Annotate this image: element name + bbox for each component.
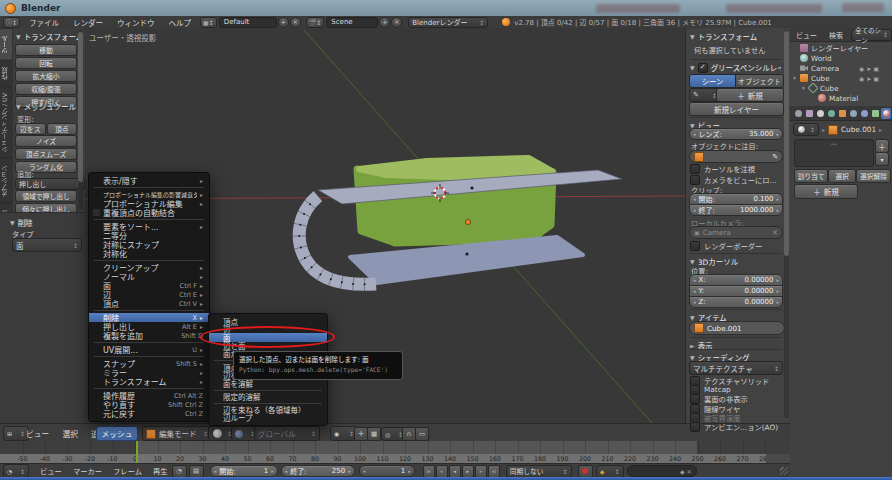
tool-button[interactable]: 辺をス xyxy=(15,123,46,135)
selectability-arrow-icon[interactable]: ➤ xyxy=(866,75,871,82)
lock-cursor-checkbox[interactable]: カーソルを注視 xyxy=(690,164,755,173)
properties-tab-material[interactable] xyxy=(881,108,891,119)
slot-specials-button[interactable]: ▾ xyxy=(875,152,889,166)
playback-button[interactable]: |« xyxy=(423,465,435,478)
new-material-button[interactable]: ＋新規 xyxy=(794,184,858,199)
renderability-camera-icon[interactable]: ▣ xyxy=(873,65,879,72)
gpencil-object-toggle[interactable]: オブジェクト xyxy=(735,74,784,88)
screen-layout-field[interactable]: Default xyxy=(219,17,277,28)
add-scene-button[interactable]: + xyxy=(379,17,390,28)
shading-checkbox[interactable]: 裏面の非表示 xyxy=(690,395,782,404)
material-slot-list[interactable]: — xyxy=(794,139,874,167)
render-engine-dropdown[interactable]: Blenderレンダー↕ xyxy=(408,17,488,28)
focus-object-field[interactable]: ✎ xyxy=(689,150,783,163)
menubar-item[interactable]: ファイル xyxy=(29,17,59,28)
menu-item[interactable]: UV展開...U▸ xyxy=(89,345,209,354)
timeline-menu-item[interactable]: 再生 xyxy=(153,466,168,476)
properties-tab-world[interactable] xyxy=(826,108,836,119)
timeline-menu-item[interactable]: マーカー xyxy=(73,466,102,476)
timeline-menu-item[interactable]: ビュー xyxy=(40,466,62,476)
timeline-ruler[interactable]: -50-40-30-20-100102030405060708090100110… xyxy=(0,454,766,463)
select-button[interactable]: 選択 xyxy=(828,169,856,183)
menu-item[interactable]: 表示/隠す▸ xyxy=(89,176,209,185)
snap-magnet-icon[interactable]: ∩ xyxy=(402,427,416,441)
menu-item[interactable]: トランスフォーム▸ xyxy=(89,377,209,386)
sync-dropdown[interactable]: 同期しない↕ xyxy=(506,465,572,478)
tool-button[interactable]: ノイズ xyxy=(15,135,77,147)
outliner-menu-item[interactable]: 検索 xyxy=(829,30,843,40)
context-dropdown[interactable]: ↕ xyxy=(793,123,819,136)
tool-button[interactable]: 領域で押し出し xyxy=(15,190,77,202)
shading-checkbox[interactable]: Matcap xyxy=(690,385,782,394)
deselect-button[interactable]: 選択解除 xyxy=(856,169,891,183)
renderability-camera-icon[interactable]: ▣ xyxy=(873,75,879,82)
meshtools-panel-header[interactable]: ▼メッシュツール xyxy=(16,101,76,112)
toolshelf-tab[interactable]: シェーディング / UV xyxy=(0,86,12,158)
mesh-menu-button[interactable]: メッシュ xyxy=(96,426,138,441)
add-slot-button[interactable]: ＋ xyxy=(875,139,889,153)
properties-tab-render[interactable] xyxy=(793,108,803,119)
record-button[interactable] xyxy=(578,465,593,478)
menu-item[interactable]: 面を溶解 xyxy=(209,379,327,387)
outliner-item[interactable]: レンダーレイヤー xyxy=(793,43,868,53)
timeline-menu-item[interactable]: フレーム xyxy=(113,466,142,476)
assign-button[interactable]: 割り当て xyxy=(794,169,828,183)
outliner-item[interactable]: World xyxy=(793,53,832,63)
extrude-dropdown[interactable]: 押し出し↕ xyxy=(15,178,85,190)
mode-dropdown[interactable]: 編集モード↕ xyxy=(142,426,212,441)
key-delete-icon[interactable]: ✕ xyxy=(687,468,692,475)
shading-checkbox[interactable]: テクスチャソリッド xyxy=(690,376,782,385)
menu-item[interactable]: 複製を追加Shift D xyxy=(89,331,209,340)
window-titlebar[interactable]: Blender xyxy=(0,0,892,17)
playback-button[interactable]: ▸ xyxy=(462,465,474,478)
tool-button[interactable]: 拡大縮小 xyxy=(15,70,77,82)
tool-button[interactable]: 回転 xyxy=(15,57,77,69)
manipulator-translate-icon[interactable]: ✛ xyxy=(354,427,368,441)
gpencil-scene-toggle[interactable]: シーン xyxy=(689,74,736,88)
properties-tab-modifiers[interactable] xyxy=(859,108,869,119)
outliner-menu-item[interactable]: ビュー xyxy=(796,30,817,40)
outliner-item[interactable]: Material xyxy=(811,93,858,103)
clear-icon[interactable]: ✕ xyxy=(772,228,778,237)
properties-tab-data[interactable] xyxy=(870,108,880,119)
viewport-menu-item[interactable]: ビュー xyxy=(26,428,49,439)
scene-icon-dropdown[interactable]: 🎬↕ xyxy=(306,17,325,28)
shading-checkbox[interactable]: アンビエン...ョン(AO) xyxy=(690,422,782,431)
menu-item[interactable]: 限定的溶解 xyxy=(209,393,327,401)
local-camera-field[interactable]: ▣Camera✕ xyxy=(689,226,783,239)
visibility-eye-icon[interactable]: ◉ xyxy=(859,65,864,72)
shading-checkbox[interactable]: 被写界深度 xyxy=(690,413,782,422)
cursor-panel-header[interactable]: ▼3Dカーソル xyxy=(690,253,782,267)
shading-checkbox[interactable]: 隠線ワイヤ xyxy=(690,404,782,413)
key-insert-icon[interactable]: ◆ xyxy=(680,468,685,475)
tool-button[interactable]: 頂点 xyxy=(47,123,78,135)
visibility-eye-icon[interactable]: ◉ xyxy=(859,75,864,82)
region-resize-handle[interactable] xyxy=(780,467,788,475)
frame-filter-icon[interactable]: ▤ xyxy=(189,465,204,478)
shading-mode-dropdown[interactable]: マルチテクスチャ↕ xyxy=(689,361,783,375)
screen-layout-icon-dropdown[interactable]: ▦↕ xyxy=(200,17,217,28)
menu-item[interactable]: 重複頂点の自動結合 xyxy=(89,208,209,217)
playback-button[interactable]: « xyxy=(436,465,448,478)
keying-dropdown[interactable]: ◆↕ xyxy=(596,465,624,478)
opengl-render-icon[interactable]: ▭ xyxy=(415,427,429,441)
lens-slider[interactable]: ◂レンズ:35.000▸ xyxy=(689,128,783,140)
menu-item[interactable]: 辺ループ xyxy=(209,414,327,422)
npanel-scrollbar[interactable] xyxy=(784,30,789,418)
timeline-content[interactable] xyxy=(0,441,790,454)
playback-button[interactable]: »| xyxy=(488,465,500,478)
tool-shelf-scrollb[interactable] xyxy=(78,30,83,210)
menubar-item[interactable]: レンダー xyxy=(73,17,103,28)
orientation-dropdown[interactable]: グローバル↕ xyxy=(254,426,320,441)
outliner-item[interactable]: ▾Cube◉➤▣ xyxy=(793,73,830,83)
playback-button[interactable]: ◂ xyxy=(449,465,461,478)
menubar-item[interactable]: ヘルプ xyxy=(169,17,192,28)
outliner-item[interactable]: ▾Cube xyxy=(802,83,839,93)
playback-button[interactable]: » xyxy=(475,465,487,478)
preview-range-icon[interactable]: ◔ xyxy=(172,465,187,478)
tool-button[interactable]: 収縮/膨張 xyxy=(15,83,77,95)
add-layout-button[interactable]: + xyxy=(278,17,289,28)
gpencil-panel-header[interactable]: ▼グリースペンシルレイ xyxy=(690,59,782,73)
tool-button[interactable]: 頂点スムーズ xyxy=(15,148,77,160)
gpencil-checkbox[interactable] xyxy=(698,63,708,73)
